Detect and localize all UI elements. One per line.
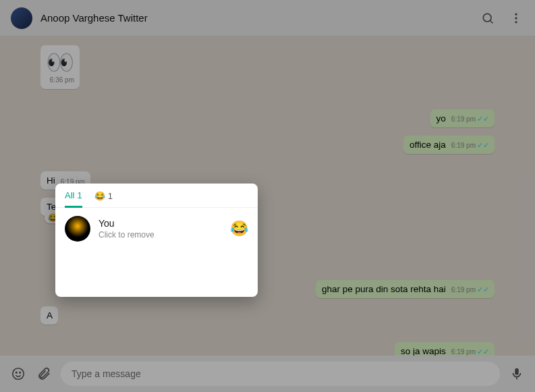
- reactor-emoji: 😂: [230, 220, 248, 237]
- popup-spacer: [55, 250, 258, 297]
- reactor-subtitle: Click to remove: [98, 230, 230, 240]
- tab-emoji-count: 1: [108, 191, 113, 201]
- reaction-row[interactable]: You Click to remove 😂: [55, 208, 258, 250]
- tab-emoji-icon: 😂: [94, 191, 105, 201]
- tab-all-label: All: [65, 190, 74, 200]
- tab-all[interactable]: All 1: [65, 190, 82, 208]
- reaction-details-popup: All 1 😂 1 You Click to remove 😂: [55, 184, 258, 297]
- tab-all-count: 1: [77, 190, 82, 200]
- reactor-name: You: [98, 218, 230, 229]
- reactor-avatar: [65, 216, 90, 242]
- reaction-tabs: All 1 😂 1: [55, 184, 258, 208]
- tab-emoji[interactable]: 😂 1: [94, 190, 113, 207]
